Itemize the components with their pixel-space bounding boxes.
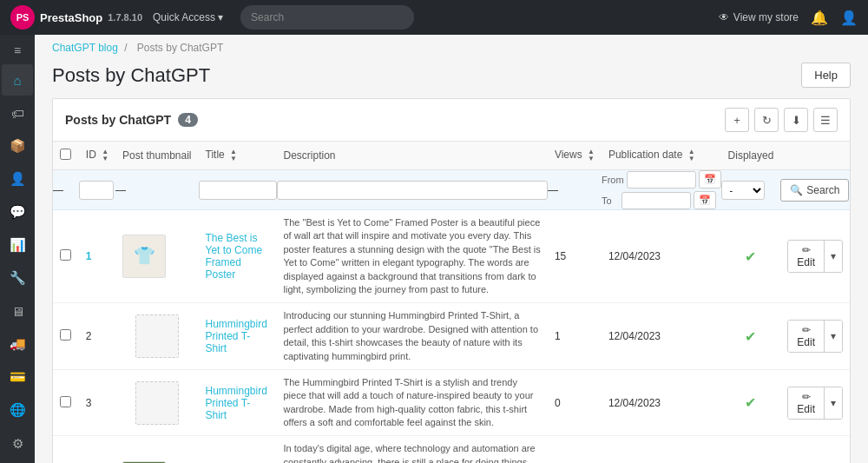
col-displayed: Displayed [721, 142, 781, 170]
col-actions [780, 142, 850, 170]
col-publication-date: Publication date ▲▼ [602, 142, 721, 170]
row-id: 2 [79, 303, 115, 370]
page-header: Posts by ChatGPT Help [35, 57, 868, 98]
row-checkbox[interactable] [60, 249, 71, 261]
sidebar-item-orders[interactable]: 🏷 [2, 97, 33, 129]
row-actions: ✏ Edit▾ [780, 210, 850, 303]
edit-dropdown-btn[interactable]: ▾ [825, 387, 842, 419]
navbar-right: 👁 View my store 🔔 👤 [719, 10, 858, 26]
sidebar-item-customers[interactable]: 👤 [2, 163, 33, 195]
table-row: 4🌿Manual postIn today's digital age, whe… [53, 436, 850, 463]
help-button[interactable]: Help [801, 63, 851, 88]
add-record-btn[interactable]: + [725, 108, 749, 132]
posts-table: ID ▲▼ Post thumbnail Title ▲▼ Descriptio… [53, 142, 850, 463]
sidebar-item-catalog[interactable]: 📦 [2, 130, 33, 162]
sidebar-item-stats[interactable]: 📊 [2, 229, 33, 261]
sidebar-item-dashboard[interactable]: ⌂ [2, 64, 33, 96]
row-displayed: ✔ [721, 210, 781, 303]
edit-button[interactable]: ✏ Edit [788, 241, 825, 272]
row-checkbox-cell [53, 210, 79, 303]
search-button[interactable]: 🔍 Search [780, 179, 849, 202]
main-content: ChatGPT blog / Posts by ChatGPT Posts by… [35, 35, 868, 463]
filter-displayed: - Yes No [721, 170, 781, 210]
export-btn[interactable]: ⬇ [784, 108, 808, 132]
edit-button[interactable]: ✏ Edit [788, 387, 825, 419]
quick-access-menu[interactable]: Quick Access ▾ [153, 11, 223, 23]
sidebar-item-shipping[interactable]: 🚚 [2, 328, 33, 360]
col-description: Description [277, 142, 548, 170]
record-count-badge: 4 [178, 113, 198, 127]
main-layout: ≡ ⌂ 🏷 📦 👤 💬 📊 🔧 🖥 🚚 💳 🌐 ⚙ ChatGPT blog /… [0, 35, 868, 463]
displayed-filter-select[interactable]: - Yes No [721, 181, 765, 200]
edit-button[interactable]: ✏ Edit [788, 321, 825, 352]
row-id: 3 [79, 369, 115, 436]
account-icon[interactable]: 👤 [840, 10, 858, 26]
row-views: 1 [548, 303, 602, 370]
posts-table-section: Posts by ChatGPT 4 + ↻ ⬇ ☰ [52, 98, 851, 463]
sidebar-item-payment[interactable]: 💳 [2, 361, 33, 393]
title-sort-icon[interactable]: ▲▼ [230, 149, 237, 162]
to-label: To [602, 195, 619, 206]
notifications-icon[interactable]: 🔔 [811, 10, 828, 26]
sidebar-item-customer-service[interactable]: 💬 [2, 196, 33, 228]
sidebar-item-international[interactable]: 🌐 [2, 394, 33, 426]
filter-id-input[interactable] [79, 181, 114, 200]
row-checkbox-cell [53, 303, 79, 370]
table-body: 1👕The Best is Yet to Come Framed PosterT… [53, 210, 850, 464]
row-id-link[interactable]: 1 [86, 250, 92, 262]
row-publication-date: 12/04/2023 [602, 369, 721, 436]
table-action-buttons: + ↻ ⬇ ☰ [725, 108, 838, 132]
from-date-input[interactable] [627, 171, 696, 189]
row-thumbnail [115, 369, 198, 436]
view-store-link[interactable]: 👁 View my store [719, 11, 799, 23]
row-title-link[interactable]: Hummingbird Printed T-Shirt [206, 318, 267, 354]
sidebar-item-settings[interactable]: ⚙ [2, 428, 33, 460]
breadcrumb-parent[interactable]: ChatGPT blog [52, 42, 118, 54]
to-date-input[interactable] [621, 192, 691, 209]
edit-dropdown-btn[interactable]: ▾ [825, 241, 842, 272]
row-thumbnail: 👕 [115, 210, 198, 303]
table-row: 1👕The Best is Yet to Come Framed PosterT… [53, 210, 850, 303]
row-title: Manual post [199, 436, 277, 463]
logo-icon: PS [10, 5, 35, 30]
refresh-btn[interactable]: ↻ [754, 108, 779, 132]
from-calendar-btn[interactable]: 📅 [699, 170, 721, 189]
row-checkbox[interactable] [60, 396, 71, 407]
breadcrumb-current: Posts by ChatGPT [137, 42, 223, 54]
row-views: 15 [548, 210, 602, 303]
to-calendar-btn[interactable]: 📅 [694, 191, 716, 209]
row-views: 0 [548, 369, 602, 436]
thumbnail-placeholder [135, 314, 179, 358]
filter-description-input[interactable] [277, 181, 548, 200]
id-sort-icon[interactable]: ▲▼ [102, 149, 108, 162]
row-title-link[interactable]: Hummingbird Printed T-Shirt [206, 385, 267, 421]
filter-check: — [53, 170, 79, 210]
global-search-input[interactable] [240, 5, 414, 30]
brand-name: PrestaShop [40, 11, 102, 24]
row-title: The Best is Yet to Come Framed Poster [199, 210, 277, 303]
pub-date-sort-icon[interactable]: ▲▼ [688, 149, 695, 162]
page-title: Posts by ChatGPT [52, 64, 210, 87]
row-publication-date: 12/04/2023 [602, 210, 721, 303]
brand-logo: PS PrestaShop 1.7.8.10 [10, 5, 142, 30]
views-sort-icon[interactable]: ▲▼ [588, 149, 595, 162]
table-header: Posts by ChatGPT 4 + ↻ ⬇ ☰ [53, 99, 850, 142]
row-actions: ✏ Edit▾ [780, 369, 850, 436]
row-title: Hummingbird Printed T-Shirt [199, 303, 277, 370]
row-description: In today's digital age, where technology… [277, 436, 548, 463]
row-displayed: ✔ [721, 436, 781, 463]
sidebar-collapse-btn[interactable]: ≡ [2, 38, 33, 63]
row-title-link[interactable]: The Best is Yet to Come Framed Poster [206, 232, 263, 281]
select-all-checkbox[interactable] [60, 149, 71, 160]
filter-title-input[interactable] [199, 181, 277, 200]
from-date-row: From 📅 [602, 170, 721, 189]
edit-dropdown-btn[interactable]: ▾ [825, 321, 842, 352]
columns-btn[interactable]: ☰ [813, 108, 838, 132]
row-checkbox[interactable] [60, 329, 71, 341]
filter-row: — — — [53, 170, 850, 210]
row-actions: ✏ Edit▾ [780, 303, 850, 370]
col-thumbnail: Post thumbnail [115, 142, 198, 170]
sidebar-item-design[interactable]: 🖥 [2, 295, 33, 327]
row-description: Introducing our stunning Hummingbird Pri… [277, 303, 548, 370]
sidebar-item-modules[interactable]: 🔧 [2, 262, 33, 294]
